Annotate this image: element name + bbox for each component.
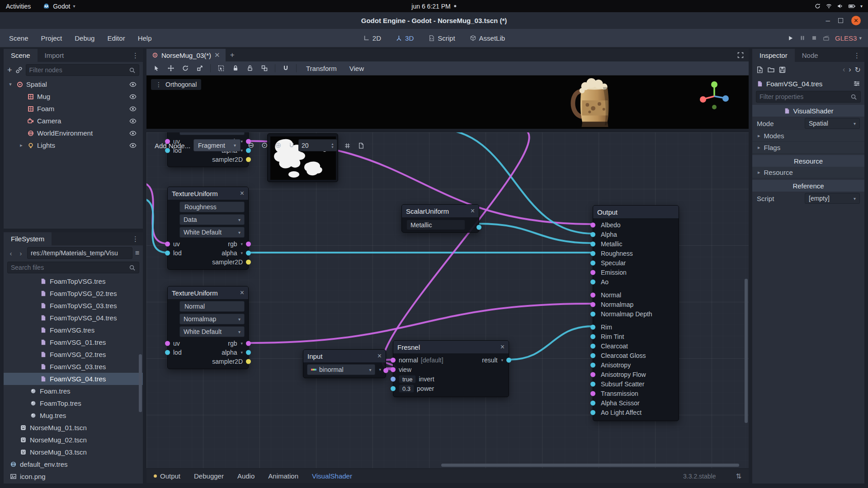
output-port-row[interactable]: Normalmap [593, 300, 679, 309]
graph-node-input[interactable]: Input× binormal▾ ▾ [303, 349, 386, 378]
port-scalar-icon[interactable] [590, 410, 595, 415]
tab-import[interactable]: Import [38, 49, 71, 62]
workspace-assetlib-button[interactable]: AssetLib [464, 33, 511, 44]
power-value-field[interactable]: 0.3 [399, 385, 414, 393]
shader-code-button[interactable] [355, 140, 366, 151]
file-row[interactable]: FoamTopVSG_04.tres [4, 312, 143, 324]
output-port-row[interactable]: Specular [593, 258, 679, 267]
filter-nodes-input[interactable] [29, 66, 126, 74]
history-icon[interactable]: ↻ [855, 66, 861, 74]
output-port-row[interactable]: Alpha [593, 230, 679, 239]
pause-button[interactable] [799, 35, 806, 41]
graph-node-fresnel[interactable]: Fresnel× normal[default]result▾ view tru… [393, 340, 509, 397]
file-row[interactable]: NorseMug_02.tscn [4, 434, 143, 446]
video-driver-button[interactable]: GLES3▾ [835, 34, 862, 42]
file-row[interactable]: FoamTopVSG_02.tres [4, 287, 143, 300]
shader-stage-dropdown[interactable]: Fragment▾ [193, 139, 241, 151]
scene-tree-row-foam[interactable]: Foam [4, 103, 143, 115]
output-port-row[interactable]: Metallic [593, 239, 679, 249]
group-object-button[interactable] [258, 62, 271, 74]
port-vector-icon[interactable] [590, 270, 595, 275]
snap-distance-input[interactable] [302, 142, 320, 149]
visibility-eye-icon[interactable] [129, 130, 137, 137]
grid-toggle-button[interactable] [342, 140, 353, 151]
save-resource-button[interactable] [778, 66, 786, 74]
maximize-button[interactable] [838, 18, 843, 23]
dock-options-icon[interactable]: ⋮ [128, 49, 143, 62]
uniform-name-field[interactable]: Metallic [406, 220, 465, 230]
port-preview-icon[interactable]: ▾ [501, 358, 503, 362]
port-scalar-icon[interactable] [590, 232, 595, 237]
file-row[interactable]: icon.png [4, 470, 143, 483]
view-mode-button[interactable]: ⋮ Orthogonal [151, 79, 201, 90]
port-scalar-icon[interactable] [165, 251, 170, 256]
bottom-tab-audio[interactable]: Audio [237, 472, 255, 480]
port-sampler-icon[interactable] [246, 359, 251, 364]
bottom-panel-toggle-icon[interactable]: ⇅ [736, 472, 741, 480]
scene-tree-row-lights[interactable]: ▸Lights [4, 139, 143, 151]
port-boolean-icon[interactable] [391, 376, 396, 381]
port-vector-icon[interactable] [590, 372, 595, 377]
port-scalar-icon[interactable] [590, 353, 595, 358]
workspace-2d-button[interactable]: 2D [358, 33, 387, 44]
group-modes[interactable]: ▸Modes [752, 130, 864, 142]
close-node-icon[interactable]: × [240, 189, 244, 197]
file-row[interactable]: FoamTopVSG_03.tres [4, 300, 143, 312]
visibility-eye-icon[interactable] [129, 81, 137, 88]
output-port-row[interactable]: Rim Tint [593, 332, 679, 341]
input-source-dropdown[interactable]: binormal▾ [307, 364, 375, 375]
file-row[interactable]: FoamVSG_04.tres [4, 373, 143, 385]
file-row[interactable]: FoamVSG_02.tres [4, 348, 143, 361]
zoom-reset-button[interactable]: ⊙ [259, 139, 270, 151]
menu-project[interactable]: Project [35, 29, 69, 47]
menu-editor[interactable]: Editor [101, 29, 131, 47]
rotate-tool-button[interactable] [179, 62, 192, 74]
list-select-button[interactable] [215, 62, 227, 74]
snap-toggle-button[interactable] [279, 62, 292, 74]
port-scalar-icon[interactable] [476, 225, 481, 230]
port-vector-icon[interactable] [391, 357, 396, 362]
workspace-3d-button[interactable]: 3D [390, 33, 419, 44]
nav-forward-icon[interactable]: › [17, 249, 24, 257]
graph-node-scalar-uniform[interactable]: ScalarUniform× Metallic [401, 204, 479, 233]
minimize-button[interactable]: – [826, 19, 830, 23]
file-row[interactable]: FoamVSG_03.tres [4, 361, 143, 373]
output-port-row[interactable]: Anisotropy Flow [593, 370, 679, 379]
output-port-row[interactable]: Anisotropy [593, 360, 679, 370]
scene-tree-row-camera[interactable]: Camera [4, 115, 143, 127]
select-tool-button[interactable] [150, 62, 163, 74]
port-scalar-icon[interactable] [165, 350, 170, 355]
history-forward-icon[interactable]: › [849, 66, 851, 74]
app-menu[interactable]: Godot ▾ [37, 0, 81, 12]
close-button[interactable]: ✕ [851, 16, 861, 25]
color-default-dropdown[interactable]: White Default▾ [179, 326, 245, 337]
close-node-icon[interactable]: × [500, 343, 505, 351]
visualshader-graph[interactable]: TextureUniform× ▾▾ uvrgb▾ lodalpha▾ samp… [146, 132, 749, 468]
zoom-out-button[interactable]: ⊖ [245, 139, 257, 151]
refresh-icon[interactable] [814, 3, 821, 9]
port-preview-icon[interactable]: ▾ [241, 341, 243, 346]
filesystem-scrollbar[interactable] [139, 354, 142, 412]
close-node-icon[interactable]: × [377, 352, 382, 360]
output-port-row[interactable]: Normal [593, 290, 679, 300]
port-scalar-icon[interactable] [590, 251, 595, 256]
scene-tree-row-spatial[interactable]: ▾Spatial [4, 78, 143, 90]
clock[interactable]: jun 6 6:21 PM [411, 3, 456, 10]
port-scalar-icon[interactable] [590, 362, 595, 367]
port-vector-icon[interactable] [590, 302, 595, 307]
port-vector-icon[interactable] [590, 292, 595, 297]
nav-back-icon[interactable]: ‹ [7, 249, 14, 257]
port-scalar-icon[interactable] [590, 279, 595, 284]
instance-scene-button[interactable] [15, 66, 23, 74]
snap-toggle-button[interactable] [286, 139, 297, 151]
graph-horizontal-scrollbar[interactable] [441, 464, 739, 467]
port-scalar-icon[interactable] [590, 400, 595, 405]
output-port-row[interactable]: Albedo [593, 220, 679, 230]
dock-options-icon[interactable]: ⋮ [128, 232, 143, 245]
port-preview-icon[interactable]: ▾ [241, 139, 243, 144]
output-port-row[interactable]: Ao [593, 277, 679, 286]
visibility-eye-icon[interactable] [129, 105, 137, 113]
menu-help[interactable]: Help [132, 29, 158, 47]
play-custom-scene-button[interactable] [823, 35, 830, 42]
spin-steppers[interactable]: ▲▼ [331, 142, 334, 149]
